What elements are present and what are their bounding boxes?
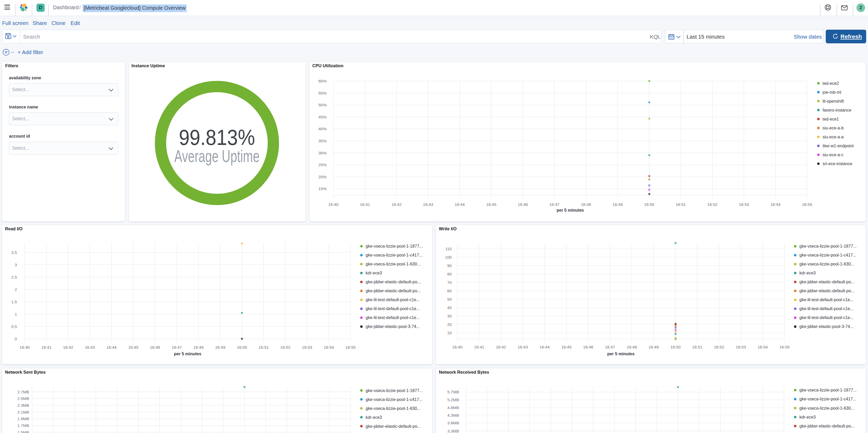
svg-text:16:51: 16:51	[676, 202, 686, 207]
svg-text:15%: 15%	[318, 186, 327, 191]
svg-text:100: 100	[445, 255, 452, 259]
svg-text:10: 10	[447, 330, 452, 335]
svg-text:16:45: 16:45	[128, 345, 138, 349]
svg-text:16:52: 16:52	[707, 202, 718, 207]
svg-text:per 5 minutes: per 5 minutes	[556, 208, 584, 212]
svg-text:110: 110	[445, 247, 452, 251]
svg-text:16:44: 16:44	[106, 345, 117, 349]
svg-text:kdr-ece3: kdr-ece3	[800, 415, 816, 420]
svg-text:1.7MB: 1.7MB	[17, 423, 29, 428]
svg-text:25%: 25%	[318, 163, 327, 167]
svg-text:gke-lil-test-default-pool-c1e.: gke-lil-test-default-pool-c1e...	[366, 307, 420, 311]
svg-text:99.813%: 99.813%	[179, 125, 255, 150]
svg-text:16:42: 16:42	[63, 345, 73, 349]
svg-text:1: 1	[15, 312, 17, 316]
svg-text:gke-vseca-lizzie-pool-1-1877..: gke-vseca-lizzie-pool-1-1877...	[800, 244, 857, 249]
svg-text:Average Uptime: Average Uptime	[174, 147, 259, 166]
svg-text:16:50: 16:50	[237, 345, 247, 349]
svg-text:per 5 minutes: per 5 minutes	[174, 352, 201, 356]
svg-text:16:40: 16:40	[452, 345, 463, 349]
svg-text:3.5: 3.5	[11, 250, 17, 255]
svg-text:70: 70	[447, 280, 452, 285]
svg-text:joe-mb-ml: joe-mb-ml	[822, 90, 841, 94]
svg-text:16:49: 16:49	[613, 202, 623, 207]
svg-text:gke-vseca-lizzie-pool-1-1877..: gke-vseca-lizzie-pool-1-1877...	[800, 388, 857, 392]
svg-text:16:49: 16:49	[215, 345, 225, 349]
svg-text:3: 3	[15, 263, 17, 267]
svg-text:16:45: 16:45	[561, 345, 572, 349]
svg-text:16:54: 16:54	[757, 345, 768, 349]
svg-text:16:45: 16:45	[486, 202, 496, 207]
svg-text:60%: 60%	[318, 79, 327, 83]
svg-text:gke-jddwr-elastic-default-po..: gke-jddwr-elastic-default-po...	[366, 280, 421, 284]
svg-text:5.2MB: 5.2MB	[447, 398, 459, 402]
svg-text:1.5MB: 1.5MB	[17, 430, 29, 433]
svg-text:16:52: 16:52	[280, 345, 290, 349]
svg-text:gke-jddwr-elastic-default-po..: gke-jddwr-elastic-default-po...	[366, 289, 421, 293]
svg-text:gke-vseca-lizzie-pool-1-630...: gke-vseca-lizzie-pool-1-630...	[366, 262, 421, 266]
svg-text:16:43: 16:43	[423, 202, 433, 207]
svg-text:35%: 35%	[318, 139, 327, 143]
svg-text:16:50: 16:50	[644, 202, 654, 207]
svg-text:16:49: 16:49	[649, 345, 659, 349]
svg-text:16:46: 16:46	[518, 202, 528, 207]
svg-text:gke-vseca-lizzie-pool-1-c417..: gke-vseca-lizzie-pool-1-c417...	[800, 397, 857, 401]
svg-text:16:54: 16:54	[770, 202, 781, 207]
svg-text:siu-ece-a-a: siu-ece-a-a	[823, 135, 844, 139]
svg-text:55%: 55%	[318, 91, 327, 95]
svg-text:2.5: 2.5	[11, 275, 17, 279]
svg-text:16:44: 16:44	[455, 202, 465, 207]
svg-text:0.5: 0.5	[11, 324, 17, 329]
svg-text:2.1MB: 2.1MB	[17, 410, 29, 414]
svg-text:4.8MB: 4.8MB	[447, 405, 459, 410]
svg-text:16:51: 16:51	[692, 345, 702, 349]
svg-text:16:43: 16:43	[85, 345, 95, 349]
svg-text:40%: 40%	[318, 126, 327, 131]
svg-text:16:53: 16:53	[736, 345, 746, 349]
svg-text:16:47: 16:47	[549, 202, 560, 207]
svg-text:gke-lil-test-default-pool-c1e.: gke-lil-test-default-pool-c1e...	[800, 307, 854, 311]
svg-text:gke-lil-test-default-pool-c1e.: gke-lil-test-default-pool-c1e...	[366, 297, 420, 302]
svg-text:3.3MB: 3.3MB	[447, 429, 459, 433]
svg-text:45%: 45%	[318, 115, 327, 119]
svg-text:16:41: 16:41	[360, 202, 370, 207]
svg-text:sri-ece-instance: sri-ece-instance	[823, 162, 852, 166]
svg-text:gke-vseca-lizzie-pool-1-630...: gke-vseca-lizzie-pool-1-630...	[366, 406, 421, 411]
svg-text:16:52: 16:52	[714, 345, 724, 349]
svg-text:16:48: 16:48	[581, 202, 591, 207]
svg-text:50%: 50%	[318, 103, 327, 107]
svg-text:16:40: 16:40	[328, 202, 339, 207]
svg-text:kdr-ece3: kdr-ece3	[366, 271, 382, 275]
svg-text:90: 90	[447, 263, 452, 268]
svg-text:favero-instance: favero-instance	[823, 108, 851, 112]
svg-text:0: 0	[15, 337, 17, 341]
svg-text:lil-openshift: lil-openshift	[823, 99, 844, 104]
svg-text:ted-ece2: ted-ece2	[823, 81, 839, 86]
svg-text:16:53: 16:53	[739, 202, 749, 207]
svg-text:gke-jddwr-elastic-default-po..: gke-jddwr-elastic-default-po...	[366, 424, 421, 429]
svg-text:2.7MB: 2.7MB	[17, 390, 29, 394]
svg-text:kdr-ece3: kdr-ece3	[800, 271, 816, 275]
svg-text:16:40: 16:40	[20, 345, 30, 349]
svg-text:gke-vseca-lizzie-pool-1-630...: gke-vseca-lizzie-pool-1-630...	[800, 406, 854, 410]
svg-text:16:47: 16:47	[605, 345, 615, 349]
svg-text:5.7MB: 5.7MB	[447, 390, 459, 394]
svg-text:50: 50	[447, 297, 452, 301]
svg-text:16:51: 16:51	[258, 345, 269, 349]
svg-text:gke-jddwr-elastic-default-po..: gke-jddwr-elastic-default-po...	[800, 289, 855, 293]
svg-text:16:55: 16:55	[345, 345, 355, 349]
svg-text:16:54: 16:54	[323, 345, 334, 349]
svg-text:gke-jddwr-elastic-pool-3-74...: gke-jddwr-elastic-pool-3-74...	[800, 324, 854, 329]
svg-text:siu-ece-a-b: siu-ece-a-b	[823, 126, 844, 130]
svg-text:ted-ece1: ted-ece1	[823, 117, 839, 121]
svg-text:gke-jddwr-elastic-default-po..: gke-jddwr-elastic-default-po...	[800, 280, 855, 284]
svg-text:gke-vseca-lizzie-pool-1-1877..: gke-vseca-lizzie-pool-1-1877...	[366, 244, 423, 249]
svg-text:1.9MB: 1.9MB	[17, 416, 29, 421]
svg-text:gke-vseca-lizzie-pool-1-630...: gke-vseca-lizzie-pool-1-630...	[800, 262, 854, 266]
svg-text:30%: 30%	[318, 151, 327, 155]
svg-text:16:44: 16:44	[539, 345, 550, 349]
svg-text:2: 2	[15, 287, 17, 292]
svg-text:16:50: 16:50	[670, 345, 681, 349]
svg-text:gke-lil-test-default-pool-c1e.: gke-lil-test-default-pool-c1e...	[366, 315, 420, 320]
svg-text:16:42: 16:42	[391, 202, 402, 207]
